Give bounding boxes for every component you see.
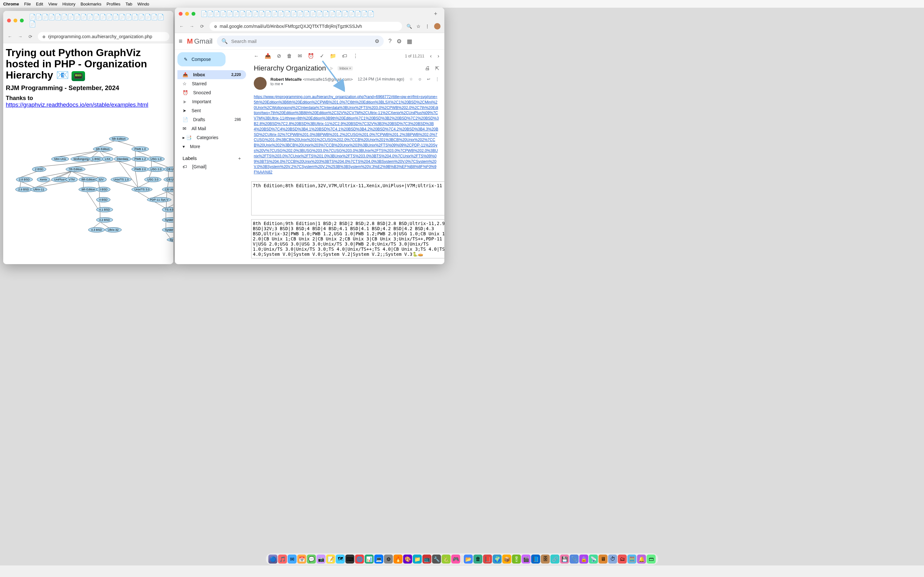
sidebar-item-inbox[interactable]: 📥Inbox2,220 [178, 70, 246, 79]
next-message-icon[interactable]: › [438, 53, 439, 59]
menu-profiles[interactable]: Profiles [107, 2, 120, 6]
hierarchy-textarea-three[interactable] [251, 219, 444, 258]
search-input[interactable] [231, 39, 372, 44]
sidebar-item-sent[interactable]: ➤Sent [178, 106, 246, 115]
dock-app[interactable]: 🎮 [451, 554, 460, 564]
dock-app[interactable]: 📕 [483, 554, 492, 564]
dock-app[interactable]: 🖥 [599, 554, 607, 564]
report-spam-icon[interactable]: ⊘ [277, 53, 281, 59]
dock-app[interactable]: 🌍 [493, 554, 502, 564]
back-icon[interactable]: ← [7, 34, 13, 39]
hamburger-icon[interactable]: ≡ [179, 37, 183, 45]
dock-app[interactable]: 📷 [317, 554, 326, 564]
dock-app[interactable]: 🗺 [336, 554, 345, 564]
react-icon[interactable]: ☺ [418, 77, 422, 81]
dock-app[interactable]: 📦 [502, 554, 511, 564]
sidebar-item-snoozed[interactable]: ⏰Snoozed [178, 88, 246, 97]
dock-app[interactable]: 🔒 [580, 554, 588, 564]
subject-label-chip[interactable]: Inbox × [338, 66, 353, 71]
sidebar-item-important[interactable]: ⪢Important [178, 97, 246, 106]
print-icon[interactable]: 🖨 [425, 65, 430, 71]
dock-app[interactable]: 🎵 [278, 554, 287, 564]
sidebar-item-categories[interactable]: ▸ 📑Categories [178, 133, 246, 142]
dock-app[interactable]: 🗂 [618, 554, 627, 564]
minimize-icon[interactable] [185, 12, 189, 16]
close-icon[interactable] [7, 19, 11, 23]
dock-app[interactable]: 🗃 [647, 554, 656, 564]
dock-app[interactable]: 🎬 [522, 554, 531, 564]
label-item-gmail[interactable]: 🏷 [Gmail] [178, 162, 246, 171]
menu-edit[interactable]: Edit [36, 2, 43, 6]
menu-file[interactable]: File [24, 2, 31, 6]
new-tab-button[interactable]: + [431, 11, 441, 17]
dock-app[interactable]: 📂 [464, 554, 473, 564]
settings-gear-icon[interactable]: ⚙ [397, 38, 402, 45]
extensions-icon[interactable]: ⋮ [425, 24, 430, 29]
zoom-icon[interactable] [192, 12, 195, 16]
dock-app[interactable]: 💻 [375, 554, 383, 564]
dock-app[interactable]: 🔗 [551, 554, 559, 564]
menu-window[interactable]: Windo [137, 2, 149, 6]
add-task-icon[interactable]: ✓ [320, 53, 324, 59]
zoom-icon[interactable] [20, 19, 24, 23]
prev-message-icon[interactable]: ‹ [430, 53, 431, 59]
dock-app[interactable]: 🔧 [432, 554, 441, 564]
dock-app[interactable]: 🗑 [473, 554, 483, 564]
dock-app[interactable]: 🎨 [403, 554, 412, 564]
dock-app[interactable]: ⏱ [608, 554, 617, 564]
gmail-logo[interactable]: M Gmail [187, 37, 213, 45]
reload-icon[interactable]: ⟳ [199, 24, 205, 29]
dock-app[interactable]: ⌨ [346, 554, 355, 564]
zoom-lens-icon[interactable]: 🔍 [407, 24, 412, 29]
archive-icon[interactable]: 📥 [265, 53, 271, 59]
reload-icon[interactable]: ⟳ [27, 34, 33, 39]
dock-app[interactable]: 📘 [531, 554, 540, 564]
dock-app[interactable]: 🔵 [268, 554, 278, 564]
url-field[interactable]: ⚙ rjmprogramming.com.au/hierarchy_organi… [38, 32, 170, 41]
delete-icon[interactable]: 🗑 [287, 53, 292, 59]
dock-app[interactable]: 🗄 [541, 554, 550, 564]
search-options-icon[interactable]: ⚙ [375, 38, 379, 44]
dock-app[interactable]: ⚙ [384, 554, 393, 564]
star-icon[interactable]: ☆ [409, 77, 413, 81]
back-icon[interactable]: ← [179, 24, 184, 29]
minimize-icon[interactable] [13, 19, 17, 23]
labels-icon[interactable]: 🏷 [342, 53, 347, 59]
url-field[interactable]: ⚙ mail.google.com/mail/u/0/#inbox/FMfcgz… [210, 22, 402, 31]
menu-view[interactable]: View [48, 2, 57, 6]
move-to-icon[interactable]: 📁 [330, 53, 336, 59]
dock-app[interactable]: 🐍 [442, 554, 451, 564]
dock-app[interactable]: 🔥 [394, 554, 403, 564]
bookmark-star-icon[interactable]: ☆ [417, 24, 421, 29]
search-mail[interactable]: 🔍 ⚙ [217, 35, 384, 47]
apps-grid-icon[interactable]: ▦ [407, 38, 412, 45]
dock-app[interactable]: 🔔 [637, 554, 646, 564]
popout-icon[interactable]: ⇱ [435, 65, 439, 71]
menu-tab[interactable]: Tab [126, 2, 132, 6]
sender-avatar[interactable] [254, 77, 267, 90]
reply-icon[interactable]: ↩ [427, 77, 430, 81]
sidebar-item-more[interactable]: ▾More [178, 142, 246, 151]
body-hyperlink[interactable]: https://www.rjmprogramming.com.au/hierar… [254, 95, 439, 174]
menu-bookmarks[interactable]: Bookmarks [81, 2, 102, 6]
sidebar-item-all-mail[interactable]: ✉All Mail [178, 124, 246, 133]
dock-app[interactable]: 🧮 [628, 554, 636, 564]
hierarchy-textarea-two[interactable] [251, 181, 444, 215]
recipient-line[interactable]: to me ▾ [270, 82, 354, 86]
dock-app[interactable]: 📁 [413, 554, 422, 564]
dock-app[interactable]: 📊 [365, 554, 374, 564]
thanks-link[interactable]: https://graphviz.readthedocs.io/en/stabl… [6, 102, 148, 108]
back-to-inbox-icon[interactable]: ← [254, 53, 259, 59]
profile-avatar[interactable] [434, 23, 441, 29]
sidebar-item-starred[interactable]: ☆Starred [178, 79, 246, 88]
help-icon[interactable]: ? [388, 38, 391, 45]
important-marker-icon[interactable]: ⪢ [329, 65, 334, 71]
dock-app[interactable]: 💾 [560, 554, 569, 564]
tab-icons[interactable]: 📄📄📄📄📄📄📄📄📄📄📄📄📄📄📄📄📄📄📄📄📄📄📄📄📄📄📄 [200, 10, 374, 17]
menu-history[interactable]: History [62, 2, 75, 6]
add-label-icon[interactable]: + [238, 155, 241, 161]
more-actions-icon[interactable]: ⋮ [435, 77, 439, 81]
forward-icon[interactable]: → [17, 34, 23, 39]
dock-app[interactable]: ✉ [288, 554, 297, 564]
dock-app[interactable]: 📺 [423, 554, 431, 564]
